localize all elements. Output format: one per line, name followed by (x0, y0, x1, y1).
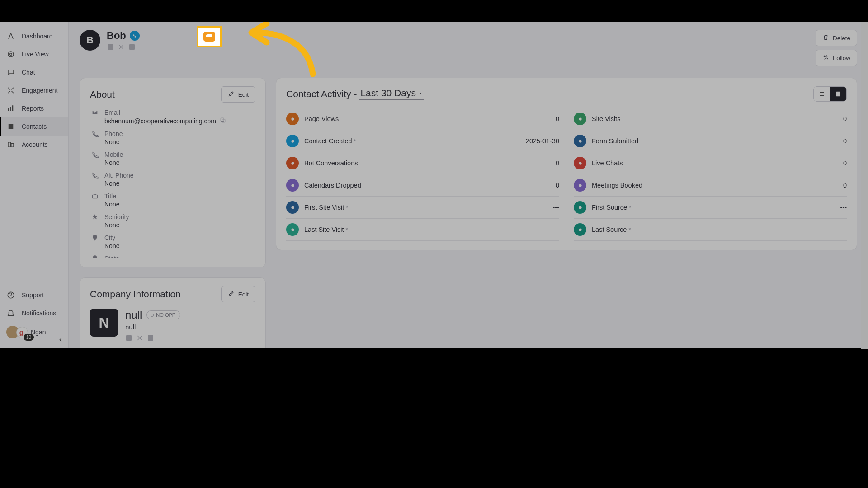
live-view-icon (6, 50, 15, 59)
svg-point-25 (291, 206, 294, 209)
activity-label: Last Site Visit * (304, 226, 348, 233)
activity-range-dropdown[interactable]: Last 30 Days (359, 88, 424, 100)
field-alt-phone: Alt. Phone None (90, 172, 255, 187)
collapse-sidebar-button[interactable] (57, 337, 64, 345)
contacts-icon (6, 122, 15, 131)
nav-live-view[interactable]: Live View (0, 45, 68, 63)
svg-rect-5 (9, 124, 14, 129)
nav-label: Notifications (22, 310, 56, 317)
nav-notifications[interactable]: Notifications (0, 304, 68, 322)
logo-icon (6, 32, 15, 41)
activity-label: Live Chats (592, 160, 623, 167)
activity-label: Bot Conversations (304, 160, 358, 167)
nav-label: Support (22, 291, 44, 299)
svg-point-23 (291, 162, 294, 164)
copy-icon[interactable] (220, 117, 226, 125)
activity-icon (574, 179, 586, 192)
location-icon (90, 234, 100, 241)
activity-row: Last Source * --- (574, 219, 847, 241)
chat-icon (6, 68, 15, 77)
activity-icon (286, 223, 299, 236)
activity-row: Form Submitted 0 (574, 130, 847, 152)
company-panel: Company Information Edit N null NO OPP (80, 277, 266, 348)
svg-rect-12 (129, 44, 135, 50)
logo-item[interactable]: Dashboard (0, 27, 68, 45)
facebook-icon[interactable] (128, 43, 136, 52)
notification-badge: 10 (24, 334, 34, 341)
company-subtitle: null (125, 323, 180, 331)
integration-badge-icon[interactable] (130, 31, 140, 41)
activity-value: --- (553, 226, 560, 233)
activity-value: 0 (556, 182, 559, 189)
nav-label: Accounts (22, 141, 48, 148)
nav-accounts[interactable]: Accounts (0, 136, 68, 154)
activity-icon (286, 201, 299, 214)
linkedin-icon[interactable] (125, 334, 132, 343)
activity-icon (574, 157, 586, 169)
svg-rect-7 (11, 144, 14, 147)
activity-row: Live Chats 0 (574, 152, 847, 174)
svg-point-28 (579, 140, 581, 142)
view-list-button[interactable] (814, 87, 830, 101)
x-icon[interactable] (136, 334, 143, 343)
svg-point-9 (133, 34, 135, 36)
svg-rect-20 (836, 92, 840, 97)
activity-label: First Source * (592, 204, 631, 211)
activity-row: Contact Created * 2025-01-30 (286, 130, 559, 152)
star-icon (90, 213, 100, 221)
activity-value: 0 (843, 160, 847, 167)
nav-chat[interactable]: Chat (0, 63, 68, 81)
activity-value: --- (553, 204, 560, 211)
activity-value: 0 (843, 182, 847, 189)
activity-icon (286, 179, 299, 192)
company-avatar: N (90, 309, 118, 337)
field-email: Email bshennum@cooperativecomputing.com (90, 109, 255, 125)
activity-row: Bot Conversations 0 (286, 152, 559, 174)
activity-icon (574, 113, 586, 125)
svg-rect-4 (12, 105, 13, 111)
activity-row: Site Visits 0 (574, 108, 847, 130)
activity-panel: Contact Activity - Last 30 Days Page Vie… (276, 78, 857, 250)
svg-point-0 (8, 52, 14, 57)
svg-rect-14 (222, 119, 225, 122)
reports-icon (6, 104, 15, 113)
avatar-stack: g. 10 (6, 326, 26, 338)
activity-row: Page Views 0 (286, 108, 559, 130)
view-toggle (813, 86, 847, 102)
svg-point-30 (579, 184, 581, 187)
svg-point-32 (579, 228, 581, 231)
phone-icon (90, 130, 100, 137)
activity-row: Calendars Dropped 0 (286, 174, 559, 197)
field-mobile: Mobile None (90, 151, 255, 166)
browser-scrollbar[interactable] (861, 22, 868, 349)
svg-point-1 (10, 53, 12, 56)
follow-button[interactable]: Follow (816, 50, 857, 66)
activity-label: Site Visits (592, 115, 620, 122)
edit-company-button[interactable]: Edit (221, 286, 255, 302)
activity-label: Contact Created * (304, 137, 356, 145)
nav-label: Chat (22, 69, 35, 76)
view-card-button[interactable] (830, 87, 846, 101)
nav-contacts[interactable]: Contacts (0, 117, 68, 136)
activity-label: Last Source * (592, 226, 631, 233)
x-icon[interactable] (118, 43, 125, 52)
activity-value: 0 (556, 160, 559, 167)
about-title: About (90, 89, 115, 100)
delete-button[interactable]: Delete (816, 30, 857, 46)
company-name: null (125, 309, 142, 321)
company-title: Company Information (90, 289, 181, 300)
svg-rect-11 (108, 44, 113, 50)
activity-label: Meetings Booked (592, 182, 642, 189)
svg-point-24 (291, 184, 294, 187)
linkedin-icon[interactable] (107, 43, 114, 52)
facebook-icon[interactable] (147, 334, 154, 343)
activity-label: First Site Visit * (304, 204, 348, 211)
nav-engagement[interactable]: Engagement (0, 81, 68, 99)
field-seniority: Seniority None (90, 213, 255, 229)
svg-point-29 (579, 162, 581, 164)
phone-icon (90, 151, 100, 158)
nav-support[interactable]: Support (0, 286, 68, 304)
callout-arrow-icon (245, 22, 322, 79)
nav-reports[interactable]: Reports (0, 99, 68, 117)
edit-about-button[interactable]: Edit (221, 86, 255, 103)
